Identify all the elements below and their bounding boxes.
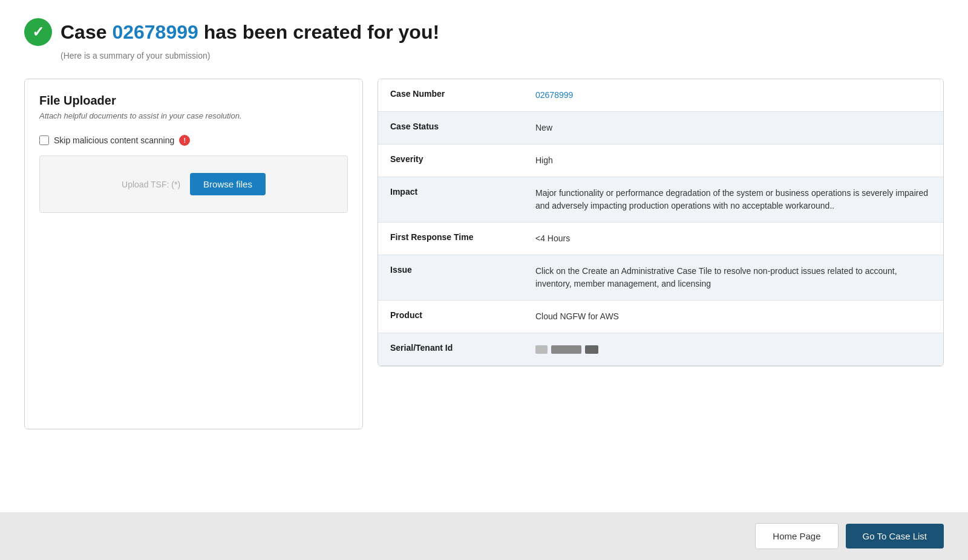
case-field-label: Case Status [378, 112, 523, 145]
case-field-label: Case Number [378, 79, 523, 112]
case-field-value[interactable]: 02678999 [523, 79, 943, 112]
table-row: ImpactMajor functionality or performance… [378, 177, 943, 223]
table-row: Serial/Tenant Id [378, 333, 943, 366]
browse-files-button[interactable]: Browse files [190, 173, 266, 195]
skip-scan-checkbox[interactable] [39, 135, 49, 145]
skip-scan-label: Skip malicious content scanning [54, 135, 174, 145]
case-number-link[interactable]: 02678999 [535, 90, 573, 100]
success-icon [24, 18, 52, 46]
upload-dropzone: Upload TSF: (*) Browse files [39, 155, 348, 213]
file-uploader-title: File Uploader [39, 94, 348, 108]
case-field-label: Severity [378, 145, 523, 177]
case-field-value: <4 Hours [523, 223, 943, 255]
file-uploader-panel: File Uploader Attach helpful documents t… [24, 79, 363, 429]
table-row: First Response Time<4 Hours [378, 223, 943, 255]
case-field-label: Product [378, 301, 523, 333]
case-field-label: First Response Time [378, 223, 523, 255]
table-row: IssueClick on the Create an Administrati… [378, 255, 943, 301]
case-field-value [523, 333, 943, 366]
case-field-label: Issue [378, 255, 523, 301]
case-number-heading: 02678999 [112, 21, 198, 43]
title-prefix: Case [60, 21, 112, 43]
case-field-label: Serial/Tenant Id [378, 333, 523, 366]
case-details-panel: Case Number02678999Case StatusNewSeverit… [378, 79, 944, 366]
case-field-label: Impact [378, 177, 523, 223]
page-title: Case 02678999 has been created for you! [60, 21, 439, 44]
case-field-value: High [523, 145, 943, 177]
case-field-value: Click on the Create an Administrative Ca… [523, 255, 943, 301]
warning-icon: ! [179, 135, 190, 146]
upload-placeholder: Upload TSF: (*) [122, 180, 180, 189]
footer: Home Page Go To Case List [0, 512, 968, 560]
table-row: SeverityHigh [378, 145, 943, 177]
table-row: Case Number02678999 [378, 79, 943, 112]
title-suffix: has been created for you! [198, 21, 439, 43]
subtitle-text: (Here is a summary of your submission) [60, 51, 944, 60]
content-columns: File Uploader Attach helpful documents t… [24, 79, 944, 429]
case-field-value: Cloud NGFW for AWS [523, 301, 943, 333]
table-row: Case StatusNew [378, 112, 943, 145]
table-row: ProductCloud NGFW for AWS [378, 301, 943, 333]
case-field-value: New [523, 112, 943, 145]
skip-scan-row: Skip malicious content scanning ! [39, 135, 348, 146]
case-details-table: Case Number02678999Case StatusNewSeverit… [378, 79, 943, 366]
home-page-button[interactable]: Home Page [755, 523, 838, 549]
page-header: Case 02678999 has been created for you! [24, 18, 944, 46]
go-to-case-list-button[interactable]: Go To Case List [846, 524, 944, 549]
file-uploader-desc: Attach helpful documents to assist in yo… [39, 111, 348, 120]
case-field-value: Major functionality or performance degra… [523, 177, 943, 223]
